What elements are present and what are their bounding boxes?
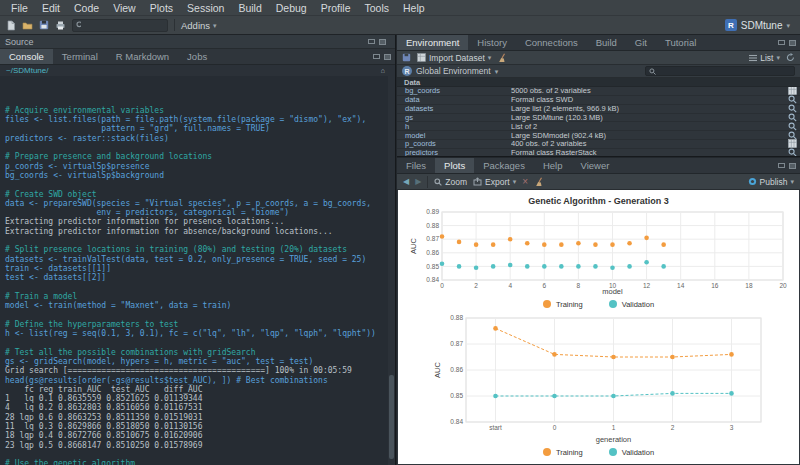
menu-view[interactable]: View: [106, 0, 143, 16]
console-options-icon[interactable]: ⌂: [381, 67, 385, 74]
tab-build[interactable]: Build: [587, 35, 626, 50]
console-line: predictors <- raster::stack(files): [5, 134, 387, 143]
export-icon: [473, 177, 482, 186]
environment-row-predictors[interactable]: predictorsFormal class RasterStack: [397, 149, 800, 156]
minimize-pane-icon[interactable]: [778, 40, 785, 45]
menu-plots[interactable]: Plots: [143, 0, 180, 16]
svg-text:0.89: 0.89: [426, 208, 439, 215]
inspect-object-icon[interactable]: [784, 113, 800, 122]
minimize-pane-icon[interactable]: [778, 163, 785, 168]
console-line: # Define the hyperparameters to test: [5, 320, 387, 329]
menu-session[interactable]: Session: [180, 0, 231, 16]
export-dropdown[interactable]: Export ▾: [473, 177, 516, 187]
refresh-icon[interactable]: [786, 51, 795, 64]
svg-text:16: 16: [711, 282, 719, 289]
project-icon: R: [725, 19, 737, 31]
tab-packages[interactable]: Packages: [474, 158, 534, 173]
tab-connections[interactable]: Connections: [516, 35, 587, 50]
project-selector[interactable]: R SDMtune ▾: [725, 19, 794, 31]
menu-debug[interactable]: Debug: [269, 0, 314, 16]
console-line: test <- datasets[[2]]: [5, 273, 387, 282]
tab-tutorial[interactable]: Tutorial: [656, 35, 705, 50]
console-output[interactable]: # Acquire environmental variablesfiles <…: [0, 76, 395, 465]
chevron-down-icon: ▾: [513, 178, 517, 185]
inspect-object-icon[interactable]: [784, 148, 800, 156]
console-line: train <- datasets[[1]]: [5, 264, 387, 273]
view-table-icon[interactable]: [784, 139, 800, 148]
new-file-icon[interactable]: [6, 19, 16, 32]
minimize-pane-icon[interactable]: [368, 39, 375, 44]
tab-plots[interactable]: Plots: [435, 158, 474, 173]
save-icon[interactable]: [39, 19, 49, 32]
zoom-label: Zoom: [445, 177, 467, 187]
legend-label: Training: [556, 300, 583, 309]
next-plot-icon[interactable]: ▶: [415, 177, 421, 186]
auc-vs-model-chart: 0.840.850.860.870.880.890246810121416182…: [406, 208, 791, 296]
print-icon[interactable]: [55, 19, 66, 32]
inspect-object-icon[interactable]: [784, 122, 800, 131]
menu-tools[interactable]: Tools: [357, 0, 396, 16]
inspect-object-icon[interactable]: [784, 95, 800, 104]
svg-text:start: start: [489, 424, 502, 431]
goto-input[interactable]: [84, 21, 164, 30]
save-workspace-icon[interactable]: [402, 51, 411, 64]
import-dataset-label: Import Dataset: [429, 53, 485, 63]
menu-code[interactable]: Code: [67, 0, 106, 16]
scrollbar-thumb[interactable]: [389, 375, 394, 459]
remove-plot-icon[interactable]: ×: [522, 176, 528, 187]
list-view-dropdown[interactable]: List ▾: [749, 53, 780, 63]
addins-dropdown[interactable]: Addins ▾: [181, 20, 217, 31]
environment-tabstrip: EnvironmentHistoryConnectionsBuildGitTut…: [397, 35, 800, 51]
previous-plot-icon[interactable]: ◀: [403, 177, 409, 186]
minimize-pane-icon[interactable]: [373, 54, 380, 59]
maximize-pane-icon[interactable]: [789, 40, 796, 46]
object-name: predictors: [397, 148, 511, 156]
tab-terminal[interactable]: Terminal: [53, 49, 107, 64]
menu-build[interactable]: Build: [231, 0, 268, 16]
svg-text:3: 3: [730, 424, 734, 431]
console-scrollbar[interactable]: [388, 76, 395, 465]
object-name: data: [397, 95, 511, 104]
inspect-object-icon[interactable]: [784, 104, 800, 113]
maximize-pane-icon[interactable]: [379, 39, 386, 45]
tab-git[interactable]: Git: [626, 35, 656, 50]
tab-viewer[interactable]: Viewer: [571, 158, 618, 173]
goto-file-function-box[interactable]: [72, 19, 168, 32]
import-dataset-dropdown[interactable]: Import Dataset ▾: [417, 53, 491, 63]
tab-history[interactable]: History: [468, 35, 516, 50]
tab-help[interactable]: Help: [534, 158, 572, 173]
tab-r-markdown[interactable]: R Markdown: [107, 49, 178, 64]
tab-environment[interactable]: Environment: [397, 35, 468, 50]
tab-files[interactable]: Files: [397, 158, 435, 173]
console-line: 23 lqp 0.5 0.8668147 0.8510250 0.0157896…: [5, 441, 387, 450]
clear-objects-broom-icon[interactable]: [497, 51, 508, 64]
menu-edit[interactable]: Edit: [35, 0, 67, 16]
zoom-button[interactable]: Zoom: [434, 177, 467, 187]
console-line: fc reg train_AUC test_AUC diff_AUC: [5, 385, 387, 394]
inspect-object-icon[interactable]: [784, 131, 800, 140]
menu-file[interactable]: File: [4, 0, 35, 16]
console-line: datasets <- trainValTest(data, test = 0.…: [5, 255, 387, 264]
environment-pane: EnvironmentHistoryConnectionsBuildGitTut…: [397, 35, 800, 157]
svg-text:8: 8: [577, 282, 581, 289]
toolbar-separator: [427, 176, 428, 188]
clear-all-plots-broom-icon[interactable]: [534, 175, 545, 188]
legend-dot: [609, 300, 617, 308]
svg-text:20: 20: [779, 282, 787, 289]
legend-item-training: Training: [543, 448, 583, 457]
tab-console[interactable]: Console: [0, 49, 53, 64]
environment-search-box[interactable]: [645, 66, 795, 76]
publish-button[interactable]: Publish ▾: [748, 177, 794, 187]
tab-jobs[interactable]: Jobs: [178, 49, 216, 64]
global-environment-dropdown[interactable]: Global Environment: [416, 66, 491, 76]
environment-search-input[interactable]: [659, 68, 789, 75]
menu-help[interactable]: Help: [396, 0, 432, 16]
open-folder-icon[interactable]: [22, 19, 33, 32]
source-pane-header[interactable]: Source: [0, 35, 395, 49]
view-table-icon[interactable]: [784, 87, 800, 95]
maximize-pane-icon[interactable]: [384, 54, 391, 60]
menu-profile[interactable]: Profile: [314, 0, 358, 16]
maximize-pane-icon[interactable]: [789, 163, 796, 169]
legend-item-training: Training: [543, 300, 583, 309]
svg-text:0.84: 0.84: [426, 276, 439, 283]
